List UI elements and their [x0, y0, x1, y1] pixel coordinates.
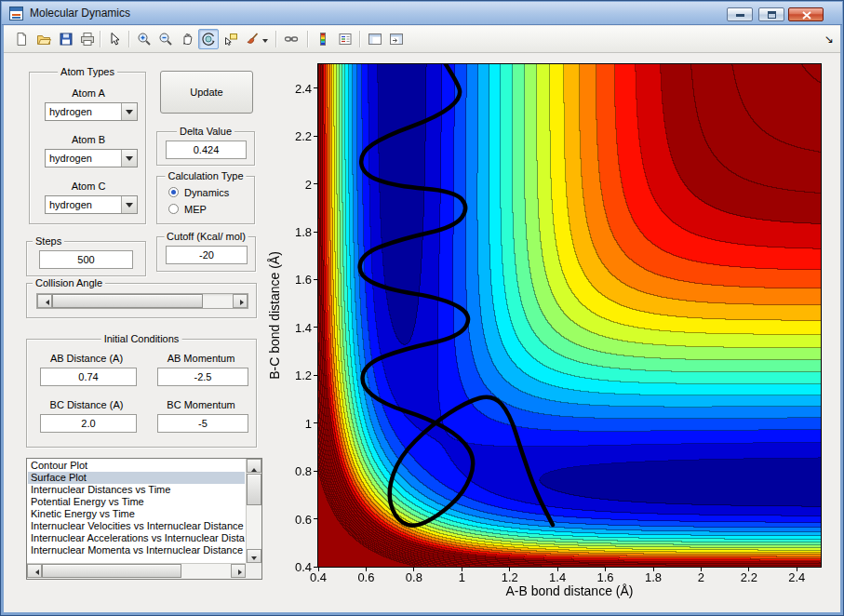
open-file-icon	[36, 32, 51, 47]
close-button[interactable]	[788, 7, 824, 21]
collision-angle-slider[interactable]	[36, 293, 248, 309]
bc-distance-label: BC Distance (A)	[34, 399, 139, 410]
chevron-down-icon[interactable]	[121, 196, 137, 213]
list-item[interactable]: Surface Plot	[28, 472, 245, 484]
save-figure-button[interactable]	[56, 29, 76, 49]
list-item[interactable]: Internuclear Accelerations vs Internucle…	[28, 532, 245, 544]
open-file-button[interactable]	[33, 29, 54, 49]
list-item[interactable]: Internuclear Velocities vs Internuclear …	[28, 520, 245, 532]
y-tick-label: 2.2	[286, 129, 312, 143]
pan-button[interactable]	[177, 29, 197, 49]
bc-momentum-input[interactable]	[157, 414, 248, 433]
radio-icon[interactable]	[168, 204, 179, 214]
atom-b-dropdown[interactable]: hydrogen	[45, 149, 138, 167]
calc-type-option[interactable]: Dynamics	[168, 186, 252, 199]
pes-canvas[interactable]	[318, 64, 821, 567]
atom-a-label: Atom A	[30, 87, 147, 99]
atom-c-label: Atom C	[30, 181, 147, 192]
atom-c-dropdown[interactable]: hydrogen	[45, 195, 138, 214]
zoom-out-button[interactable]	[155, 29, 176, 49]
x-tick-label: 2	[682, 570, 719, 584]
list-item[interactable]: Internuclear Momenta vs Internuclear Dis…	[28, 544, 245, 556]
y-tick-mark	[314, 136, 317, 137]
x-tick-label: 0.6	[347, 570, 384, 584]
bc-momentum-label: BC Momentum	[152, 399, 250, 410]
scroll-up-button[interactable]	[247, 459, 261, 473]
zoom-in-button[interactable]	[134, 29, 154, 49]
panel-title: Initial Conditions	[101, 333, 182, 344]
maximize-button[interactable]	[758, 7, 784, 21]
insert-legend-icon	[338, 32, 353, 47]
steps-panel: Steps	[26, 241, 146, 276]
panel-title: Calculation Type	[165, 170, 246, 181]
show-plot-tools-button[interactable]	[386, 29, 407, 49]
new-figure-icon	[14, 32, 29, 47]
app-icon	[9, 7, 23, 20]
y-tick-mark	[314, 279, 317, 280]
chevron-down-icon[interactable]	[121, 150, 137, 167]
arrow-right-icon	[238, 569, 245, 575]
list-item[interactable]: Kinetic Energy vs Time	[28, 508, 245, 520]
edit-plot-button[interactable]	[104, 29, 125, 49]
arrow-left-icon	[43, 300, 49, 305]
insert-legend-button[interactable]	[335, 29, 355, 49]
toolbar-separator	[275, 31, 276, 47]
new-figure-button[interactable]	[11, 29, 32, 49]
minimize-button[interactable]	[727, 7, 753, 21]
vscroll-thumb[interactable]	[247, 474, 261, 505]
slider-left-arrow-button[interactable]	[37, 294, 52, 308]
insert-colorbar-icon	[315, 32, 330, 47]
ab-distance-input[interactable]	[40, 368, 137, 386]
y-tick-label: 0.8	[286, 464, 312, 478]
cutoff-input[interactable]	[166, 246, 248, 264]
y-tick-mark	[314, 567, 317, 568]
minimize-icon	[736, 14, 744, 17]
print-figure-button[interactable]	[77, 29, 98, 49]
update-button[interactable]: Update	[160, 71, 253, 114]
plot-type-listbox[interactable]: Contour PlotSurface PlotInternuclear Dis…	[26, 458, 262, 580]
bc-distance-input[interactable]	[40, 414, 137, 433]
chevron-down-icon[interactable]	[121, 103, 137, 120]
list-item[interactable]: Internuclear Distances vs Time	[28, 484, 245, 496]
arrow-down-icon	[251, 556, 257, 563]
insert-colorbar-button[interactable]	[313, 29, 333, 49]
steps-input[interactable]	[39, 250, 133, 269]
initial-conditions-panel: Initial Conditions AB Distance (A) AB Mo…	[26, 339, 257, 448]
dock-figure-icon[interactable]: ↘	[824, 33, 834, 45]
scrollbar-corner	[246, 563, 261, 579]
scroll-right-button[interactable]	[231, 564, 246, 578]
atom-a-dropdown[interactable]: hydrogen	[45, 102, 138, 121]
ab-momentum-input[interactable]	[157, 368, 248, 386]
list-item[interactable]: Contour Plot	[28, 460, 245, 472]
delta-value-input[interactable]	[166, 141, 247, 159]
y-tick-mark	[314, 471, 317, 472]
panel-title: Cutoff (Kcal/ mol)	[164, 231, 248, 242]
y-tick-mark	[314, 232, 317, 233]
hide-plot-tools-button[interactable]	[365, 29, 385, 49]
scroll-down-button[interactable]	[247, 549, 261, 563]
slider-right-arrow-button[interactable]	[233, 294, 248, 308]
brush-data-button[interactable]	[242, 29, 262, 49]
radio-icon[interactable]	[168, 187, 179, 197]
arrow-right-icon	[240, 300, 247, 305]
calc-type-option[interactable]: MEP	[168, 203, 252, 216]
list-item[interactable]: Potential Energy vs Time	[28, 496, 245, 508]
brush-dropdown-arrow[interactable]	[262, 37, 270, 45]
scroll-left-button[interactable]	[27, 564, 42, 578]
horizontal-scrollbar[interactable]	[27, 563, 246, 579]
data-cursor-button[interactable]	[221, 29, 241, 49]
vertical-scrollbar[interactable]	[246, 459, 261, 563]
slider-thumb[interactable]	[52, 294, 203, 308]
hscroll-thumb[interactable]	[42, 564, 181, 578]
y-tick-label: 2	[286, 178, 312, 192]
x-tick-label: 2.2	[730, 570, 768, 584]
close-icon	[789, 8, 824, 22]
zoom-in-icon	[137, 32, 152, 47]
rotate-3d-button[interactable]	[198, 29, 219, 49]
y-tick-mark	[314, 518, 317, 519]
link-plot-button[interactable]	[281, 29, 301, 49]
titlebar[interactable]: Molecular Dynamics	[2, 2, 842, 25]
x-axis-label: A-B bond distance (Å)	[318, 583, 821, 598]
panel-title: Delta Value	[177, 126, 234, 137]
panel-title: Collision Angle	[33, 277, 105, 288]
